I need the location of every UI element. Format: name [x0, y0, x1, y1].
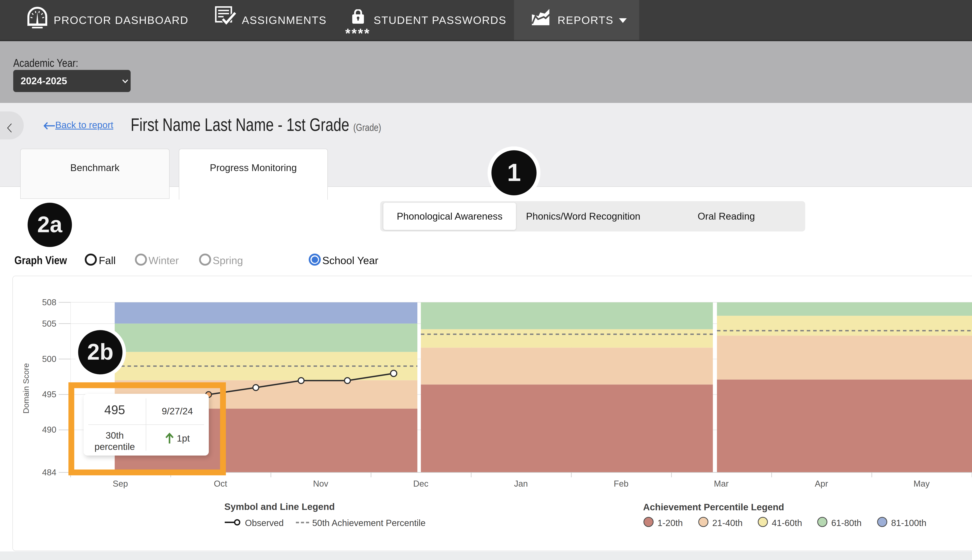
svg-text:495: 495: [42, 390, 56, 399]
svg-text:May: May: [913, 479, 930, 488]
svg-text:Nov: Nov: [313, 479, 328, 488]
svg-text:505: 505: [42, 319, 56, 328]
svg-text:484: 484: [42, 468, 56, 477]
svg-text:Domain Score: Domain Score: [22, 363, 30, 413]
svg-text:Mar: Mar: [714, 479, 729, 488]
svg-text:Oct: Oct: [214, 479, 227, 488]
svg-text:500: 500: [42, 354, 56, 364]
svg-text:Jan: Jan: [514, 479, 528, 488]
svg-text:Feb: Feb: [614, 479, 629, 488]
svg-text:490: 490: [42, 425, 56, 434]
svg-text:Dec: Dec: [413, 479, 428, 488]
svg-text:Apr: Apr: [815, 479, 828, 488]
svg-text:Sep: Sep: [113, 479, 128, 488]
svg-text:508: 508: [42, 297, 56, 307]
